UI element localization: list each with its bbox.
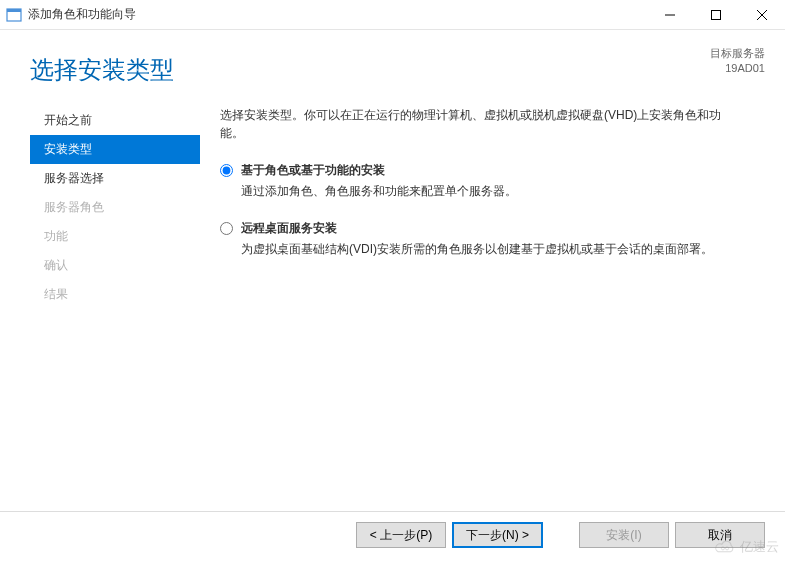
option-rds-desc: 为虚拟桌面基础结构(VDI)安装所需的角色服务以创建基于虚拟机或基于会话的桌面部… (241, 240, 745, 258)
target-server-info: 目标服务器 19AD01 (710, 46, 765, 77)
cancel-button[interactable]: 取消 (675, 522, 765, 548)
target-server-label: 目标服务器 (710, 46, 765, 61)
maximize-button[interactable] (693, 0, 739, 30)
radio-rds[interactable] (220, 222, 233, 235)
minimize-button[interactable] (647, 0, 693, 30)
sidebar-item-confirmation: 确认 (30, 251, 200, 280)
radio-role-based[interactable] (220, 164, 233, 177)
option-role-based-desc: 通过添加角色、角色服务和功能来配置单个服务器。 (241, 182, 745, 200)
main-content: 选择安装类型。你可以在正在运行的物理计算机、虚拟机或脱机虚拟硬盘(VHD)上安装… (200, 102, 785, 511)
install-button: 安装(I) (579, 522, 669, 548)
sidebar-item-before-begin[interactable]: 开始之前 (30, 106, 200, 135)
wizard-button-bar: < 上一步(P) 下一步(N) > 安装(I) 取消 (0, 511, 785, 562)
previous-button[interactable]: < 上一步(P) (356, 522, 446, 548)
close-button[interactable] (739, 0, 785, 30)
svg-rect-1 (7, 9, 21, 12)
sidebar-item-features: 功能 (30, 222, 200, 251)
sidebar-item-results: 结果 (30, 280, 200, 309)
option-rds-title: 远程桌面服务安装 (241, 220, 745, 237)
app-icon (6, 7, 22, 23)
option-role-based-title: 基于角色或基于功能的安装 (241, 162, 745, 179)
target-server-value: 19AD01 (710, 61, 765, 76)
sidebar-item-server-selection[interactable]: 服务器选择 (30, 164, 200, 193)
wizard-header: 选择安装类型 目标服务器 19AD01 (0, 30, 785, 102)
option-role-based-install[interactable]: 基于角色或基于功能的安装 通过添加角色、角色服务和功能来配置单个服务器。 (220, 162, 745, 200)
window-title: 添加角色和功能向导 (28, 6, 647, 23)
next-button[interactable]: 下一步(N) > (452, 522, 543, 548)
intro-text: 选择安装类型。你可以在正在运行的物理计算机、虚拟机或脱机虚拟硬盘(VHD)上安装… (220, 106, 745, 142)
titlebar: 添加角色和功能向导 (0, 0, 785, 30)
svg-rect-3 (712, 11, 721, 20)
sidebar-item-server-roles: 服务器角色 (30, 193, 200, 222)
window-controls (647, 0, 785, 29)
sidebar-item-install-type[interactable]: 安装类型 (30, 135, 200, 164)
option-rds-install[interactable]: 远程桌面服务安装 为虚拟桌面基础结构(VDI)安装所需的角色服务以创建基于虚拟机… (220, 220, 745, 258)
page-title: 选择安装类型 (30, 54, 174, 86)
wizard-steps-sidebar: 开始之前 安装类型 服务器选择 服务器角色 功能 确认 结果 (30, 102, 200, 511)
